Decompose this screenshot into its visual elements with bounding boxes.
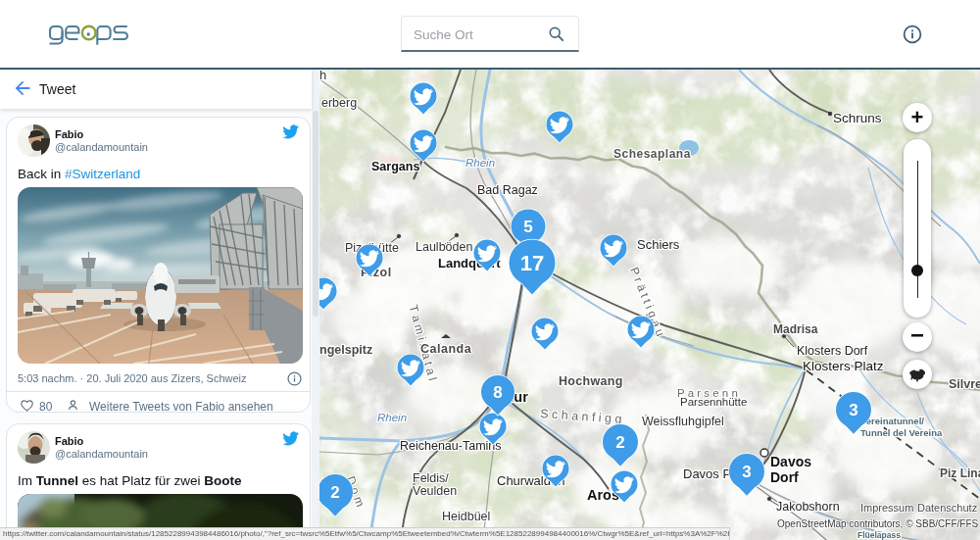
svg-text:erberg: erberg xyxy=(321,96,357,110)
svg-text:3: 3 xyxy=(742,463,751,481)
svg-text:Davos: Davos xyxy=(770,454,811,469)
svg-text:Piz Linar: Piz Linar xyxy=(940,466,980,480)
svg-text:Madrisa: Madrisa xyxy=(773,322,818,336)
svg-text:Klosters Dorf: Klosters Dorf xyxy=(797,344,868,358)
svg-text:Veulden: Veulden xyxy=(413,484,457,498)
svg-text:17: 17 xyxy=(520,251,544,275)
svg-text:Hochwang: Hochwang xyxy=(559,374,623,388)
svg-text:Parsennhütte: Parsennhütte xyxy=(680,396,747,408)
svg-text:Silvrett: Silvrett xyxy=(949,377,980,391)
svg-text:Sargans: Sargans xyxy=(371,160,419,173)
svg-text:Heidbüel: Heidbüel xyxy=(442,510,490,523)
svg-text:Rhein: Rhein xyxy=(377,412,407,423)
svg-text:Schesaplana: Schesaplana xyxy=(613,147,691,161)
svg-text:Davos Pl: Davos Pl xyxy=(683,466,734,481)
svg-text:Dorf: Dorf xyxy=(770,469,799,485)
svg-text:3: 3 xyxy=(849,401,858,419)
svg-text:Reichenau-Tamins: Reichenau-Tamins xyxy=(400,439,502,453)
svg-text:h: h xyxy=(319,70,326,82)
svg-text:Schruns: Schruns xyxy=(833,111,882,125)
svg-text:8: 8 xyxy=(493,383,502,402)
svg-text:5: 5 xyxy=(523,218,532,236)
svg-text:Weissfluhgipfel: Weissfluhgipfel xyxy=(642,415,724,428)
svg-text:Feldis/: Feldis/ xyxy=(413,471,449,485)
svg-text:Klosters Platz: Klosters Platz xyxy=(803,359,884,373)
svg-text:Rhein: Rhein xyxy=(466,157,495,169)
svg-text:Impressum: Impressum xyxy=(860,502,913,514)
svg-text:2: 2 xyxy=(615,433,624,452)
svg-text:Tunnel del Vereina: Tunnel del Vereina xyxy=(860,427,943,438)
svg-text:Laulböden: Laulböden xyxy=(416,240,472,254)
svg-text:ngelspitz: ngelspitz xyxy=(319,343,372,357)
svg-text:Calanda: Calanda xyxy=(420,342,472,356)
svg-text:OpenStreetMap contributors, ©: OpenStreetMap contributors, © SBB/CFF/FF… xyxy=(777,518,979,529)
svg-text:Jakobshorn: Jakobshorn xyxy=(776,500,840,514)
svg-text:Schiers: Schiers xyxy=(637,237,680,252)
svg-text:Flüelapass: Flüelapass xyxy=(858,530,901,540)
svg-text:Bad Ragaz: Bad Ragaz xyxy=(477,183,538,197)
svg-text:2: 2 xyxy=(330,483,339,502)
svg-text:Datenschutz: Datenschutz xyxy=(917,502,977,514)
